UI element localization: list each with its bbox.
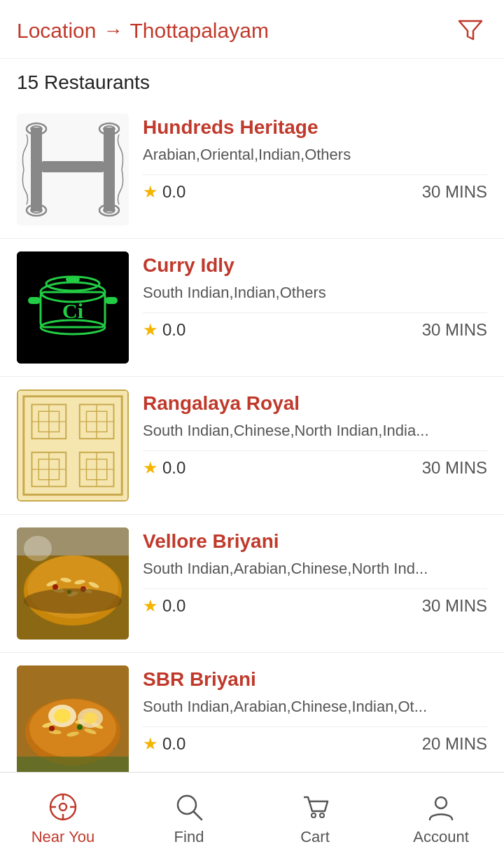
nav-cart-label: Cart [300, 828, 330, 846]
nav-find[interactable]: Find [126, 783, 252, 853]
svg-point-69 [83, 712, 97, 724]
restaurant-name: Hundreds Heritage [143, 116, 487, 139]
svg-rect-19 [28, 297, 41, 304]
restaurant-info: Curry Idly South Indian,Indian,Others ★ … [143, 251, 487, 340]
svg-point-82 [320, 813, 324, 817]
svg-line-80 [194, 812, 202, 820]
list-item[interactable]: Hundreds Heritage Arabian,Oriental,India… [0, 101, 504, 239]
restaurant-info: SBR Briyani South Indian,Arabian,Chinese… [143, 665, 487, 754]
restaurant-cuisine: South Indian,Arabian,Chinese,Indian,Ot..… [143, 696, 487, 718]
nav-account-label: Account [413, 828, 469, 846]
list-item[interactable]: Vellore Briyani South Indian,Arabian,Chi… [0, 515, 504, 653]
svg-point-55 [24, 536, 52, 561]
header: Location → Thottapalayam [0, 0, 504, 59]
rating-value: 0.0 [162, 458, 186, 478]
restaurant-meta: ★ 0.0 20 MINS [143, 726, 487, 754]
rating-value: 0.0 [162, 320, 186, 340]
svg-point-58 [29, 699, 116, 758]
rating: ★ 0.0 [143, 458, 186, 478]
svg-point-79 [178, 796, 196, 814]
restaurant-logo [17, 113, 129, 226]
bottom-navigation: Near You Find Cart Account [0, 772, 504, 863]
restaurant-logo [17, 665, 129, 778]
svg-rect-20 [105, 297, 118, 304]
svg-point-74 [59, 803, 66, 810]
account-icon [424, 790, 458, 824]
nav-near-you[interactable]: Near You [0, 783, 126, 853]
restaurant-info: Rangalaya Royal South Indian,Chinese,Nor… [143, 389, 487, 478]
location-label: Location [17, 19, 96, 43]
star-icon: ★ [143, 182, 158, 202]
star-icon: ★ [143, 596, 158, 616]
svg-point-83 [435, 797, 447, 808]
restaurant-name: Vellore Briyani [143, 530, 487, 553]
location-dot-icon [46, 790, 80, 824]
svg-marker-0 [459, 21, 482, 39]
svg-point-18 [66, 276, 80, 283]
delivery-time: 30 MINS [422, 596, 487, 616]
location-bar[interactable]: Location → Thottapalayam [17, 19, 269, 43]
restaurant-info: Hundreds Heritage Arabian,Oriental,India… [143, 113, 487, 202]
star-icon: ★ [143, 734, 158, 754]
rating: ★ 0.0 [143, 596, 186, 616]
nav-cart[interactable]: Cart [252, 783, 378, 853]
delivery-time: 30 MINS [422, 182, 487, 202]
svg-point-50 [52, 584, 58, 590]
filter-icon [456, 15, 484, 46]
delivery-time: 20 MINS [422, 734, 487, 754]
list-item[interactable]: SBR Briyani South Indian,Arabian,Chinese… [0, 653, 504, 791]
svg-rect-4 [42, 161, 104, 172]
restaurant-logo [17, 527, 129, 640]
filter-button[interactable] [454, 13, 487, 48]
restaurant-meta: ★ 0.0 30 MINS [143, 312, 487, 340]
rating-value: 0.0 [162, 182, 186, 202]
restaurant-cuisine: South Indian,Chinese,North Indian,India.… [143, 420, 487, 442]
svg-point-71 [77, 724, 83, 730]
search-icon [172, 790, 206, 824]
nav-find-label: Find [174, 828, 204, 846]
svg-point-70 [49, 726, 55, 731]
restaurant-meta: ★ 0.0 30 MINS [143, 450, 487, 478]
rating-value: 0.0 [162, 734, 186, 754]
svg-text:Ci: Ci [62, 299, 83, 322]
restaurant-logo: Ci [17, 251, 129, 364]
svg-rect-2 [31, 127, 42, 212]
restaurant-logo [17, 389, 129, 502]
restaurant-name: SBR Briyani [143, 668, 487, 691]
list-item[interactable]: Ci Curry Idly South Indian,Indian,Others… [0, 239, 504, 377]
cart-icon [298, 790, 332, 824]
svg-point-67 [54, 709, 71, 723]
rating: ★ 0.0 [143, 182, 186, 202]
delivery-time: 30 MINS [422, 320, 487, 340]
restaurant-meta: ★ 0.0 30 MINS [143, 588, 487, 616]
star-icon: ★ [143, 458, 158, 478]
rating: ★ 0.0 [143, 734, 186, 754]
restaurant-info: Vellore Briyani South Indian,Arabian,Chi… [143, 527, 487, 616]
location-name: Thottapalayam [130, 19, 268, 43]
restaurant-count: 15 Restaurants [0, 59, 504, 101]
rating-value: 0.0 [162, 596, 186, 616]
svg-rect-3 [104, 127, 115, 212]
location-arrow: → [103, 20, 122, 42]
svg-point-81 [312, 813, 316, 817]
restaurant-name: Curry Idly [143, 254, 487, 277]
svg-point-53 [24, 588, 122, 614]
nav-near-you-label: Near You [31, 828, 95, 846]
restaurant-cuisine: Arabian,Oriental,Indian,Others [143, 144, 487, 166]
rating: ★ 0.0 [143, 320, 186, 340]
list-item[interactable]: Rangalaya Royal South Indian,Chinese,Nor… [0, 377, 504, 515]
star-icon: ★ [143, 320, 158, 340]
svg-rect-22 [18, 391, 127, 500]
restaurant-cuisine: South Indian,Indian,Others [143, 282, 487, 304]
restaurant-list: Hundreds Heritage Arabian,Oriental,India… [0, 101, 504, 863]
restaurant-name: Rangalaya Royal [143, 392, 487, 415]
restaurant-cuisine: South Indian,Arabian,Chinese,North Ind..… [143, 558, 487, 580]
restaurant-meta: ★ 0.0 30 MINS [143, 174, 487, 202]
nav-account[interactable]: Account [378, 783, 504, 853]
delivery-time: 30 MINS [422, 458, 487, 478]
